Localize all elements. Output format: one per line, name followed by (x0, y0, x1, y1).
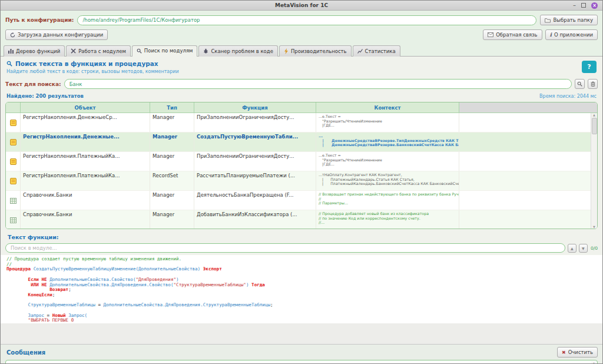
path-label: Путь к конфигурации: (5, 17, 74, 23)
choose-folder-label: Выбрать папку (553, 17, 593, 23)
tab-statistics[interactable]: Статистика (353, 45, 400, 57)
register-icon (10, 134, 16, 150)
tab-performance[interactable]: Производительность (279, 45, 352, 57)
results-summary-row: Найдено: 200 результатов Время поиска: 2… (6, 93, 597, 99)
scroll-down-icon[interactable]: ▼ (593, 225, 595, 229)
config-path-input[interactable]: /home/andrey/ProgramFiles/1С/Конфигурато… (77, 15, 536, 25)
cell-function: ПриЗаполненииОграниченияДосту... (194, 152, 316, 171)
clear-messages-label: Очистить (568, 349, 593, 355)
tab-code-scanner-label: Сканер проблем в коде (211, 48, 273, 54)
about-label: О приложении (554, 32, 593, 38)
chart-icon (357, 48, 363, 54)
catalog-icon (10, 193, 16, 209)
column-header[interactable]: Функция (194, 102, 316, 112)
config-path-value: /home/andrey/ProgramFiles/1С/Конфигурато… (82, 17, 200, 23)
messages-log[interactable]: Анализ циклов завершён. Найдено: 15063 ▲… (5, 360, 598, 364)
row-type-icon-cell (6, 191, 21, 210)
tab-function-tree-label: Дерево функций (16, 48, 60, 54)
cell-filler (459, 113, 597, 132)
module-search-input[interactable]: Поиск в модуле... (5, 243, 565, 253)
tab-module-work-label: Работа с модулем (78, 48, 126, 54)
cell-type: Manager (150, 133, 194, 151)
table-row[interactable]: Справочник.БанкиManagerДеятельностьБанка… (6, 191, 597, 210)
cell-filler (459, 210, 597, 229)
tools-icon (71, 48, 76, 54)
module-search-row: Поиск в модуле... ▲ ▼ 0/0 (5, 243, 598, 253)
results-table: ОбъектТипФункцияКонтекст РегистрНакоплен… (5, 102, 598, 229)
load-config-label: Загрузка данных конфигурации (18, 32, 103, 38)
cell-context: ...е.Текст = "Разрешить/ЧтениеИзменение … (316, 152, 459, 171)
tab-module-work[interactable]: Работа с модулем (66, 45, 131, 57)
code-line: // Процедура создает пустую временную та… (6, 257, 602, 262)
table-row[interactable]: РегистрНакопления.ПлатежныйКа...RecordSe… (6, 171, 597, 191)
cell-function: ДеятельностьБанкаПрекращена (F... (194, 191, 316, 210)
search-icon (6, 61, 12, 67)
find-next-button[interactable]: ▼ (579, 244, 588, 253)
about-button[interactable]: i О приложении (545, 29, 598, 40)
choose-folder-button[interactable]: Выбрать папку (540, 15, 598, 25)
row-type-icon-cell (6, 210, 21, 229)
clear-search-button[interactable] (588, 79, 598, 89)
search-input[interactable]: Банк (64, 79, 572, 89)
function-code-view[interactable]: // Процедура создает пустую временную та… (1, 255, 602, 323)
maximize-button[interactable] (581, 3, 586, 8)
envelope-icon (488, 32, 493, 37)
info-icon: i (550, 32, 552, 38)
page-title-text: Поиск текста в функциях и процедурах (15, 60, 158, 67)
tab-function-tree[interactable]: Дерево функций (4, 45, 65, 57)
column-header[interactable]: Тип (150, 102, 194, 112)
minimize-button[interactable]: – (573, 2, 576, 8)
close-icon: ✖ (562, 350, 566, 355)
search-value: Банк (69, 81, 82, 87)
load-config-button[interactable]: Загрузка данных конфигурации (5, 29, 108, 40)
bars-icon (8, 48, 14, 54)
feedback-button[interactable]: Обратная связь (483, 29, 542, 40)
refresh-icon (10, 32, 15, 38)
search-icon (137, 48, 142, 54)
cell-object: РегистрНакопления.ПлатежныйКа... (21, 171, 150, 190)
table-row[interactable]: РегистрНакопления.Денежные...ManagerСозд… (6, 133, 597, 152)
cell-type: RecordSet (150, 171, 194, 190)
table-row[interactable]: РегистрНакопления.ПлатежныйКа...ManagerП… (6, 152, 597, 171)
panel-gap (1, 323, 602, 344)
scrollbar-thumb[interactable] (592, 118, 597, 134)
clear-messages-button[interactable]: ✖ Очистить (557, 347, 598, 358)
table-vertical-scrollbar[interactable]: ▲ ▼ (591, 113, 597, 229)
column-header[interactable]: Контекст (316, 102, 459, 112)
module-search-panel: Поиск текста в функциях и процедурах Най… (1, 56, 602, 344)
help-button[interactable]: ? (582, 61, 597, 73)
messages-scrollbar[interactable]: ▲ ▼ (591, 361, 597, 364)
cell-context: ... | ДенежныеСредстваВРезерве.ТипДенежн… (316, 133, 459, 151)
tab-bar: Дерево функцийРабота с модулемПоиск по м… (4, 45, 602, 56)
run-search-button[interactable] (575, 79, 585, 89)
scroll-up-icon[interactable]: ▲ (593, 113, 595, 117)
results-table-body: РегистрНакопления.ДенежныеСр...ManagerПр… (6, 113, 597, 229)
table-row[interactable]: РегистрНакопления.ДенежныеСр...ManagerПр… (6, 113, 597, 133)
code-line: ИЛИ НЕ ДополнительныеСвойства.ДляПроведе… (6, 283, 602, 288)
cell-object: РегистрНакопления.Денежные... (21, 133, 150, 151)
tab-module-search[interactable]: Поиск по модулям (132, 45, 198, 57)
tab-code-scanner[interactable]: Сканер проблем в коде (198, 45, 278, 57)
column-header[interactable]: Объект (21, 102, 150, 112)
cell-filler (459, 152, 597, 171)
trash-icon (591, 81, 595, 87)
cell-object: Справочник.Банки (21, 191, 150, 210)
column-header-icon[interactable] (6, 102, 21, 112)
messages-section: Сообщения ✖ Очистить Анализ циклов завер… (1, 344, 602, 364)
row-type-icon-cell (6, 113, 21, 132)
row-type-icon-cell (6, 133, 21, 151)
messages-title: Сообщения (6, 349, 45, 356)
page-subtitle: Найдите любой текст в коде: строки, вызо… (6, 69, 602, 74)
cell-filler (459, 171, 597, 190)
cell-filler (459, 133, 597, 151)
find-previous-button[interactable]: ▲ (568, 244, 577, 253)
table-row[interactable]: Справочник.БанкиManagerДобавитьБанкиИзКл… (6, 210, 597, 229)
results-table-header: ОбъектТипФункцияКонтекст (6, 102, 597, 113)
register-icon (10, 173, 16, 189)
row-type-icon-cell (6, 171, 21, 190)
search-label: Текст для поиска: (5, 81, 61, 87)
close-button[interactable]: × (591, 2, 598, 9)
tab-statistics-label: Статистика (365, 48, 396, 54)
cell-filler (459, 191, 597, 210)
title-bar: MetaVision for 1C – × (1, 1, 602, 11)
